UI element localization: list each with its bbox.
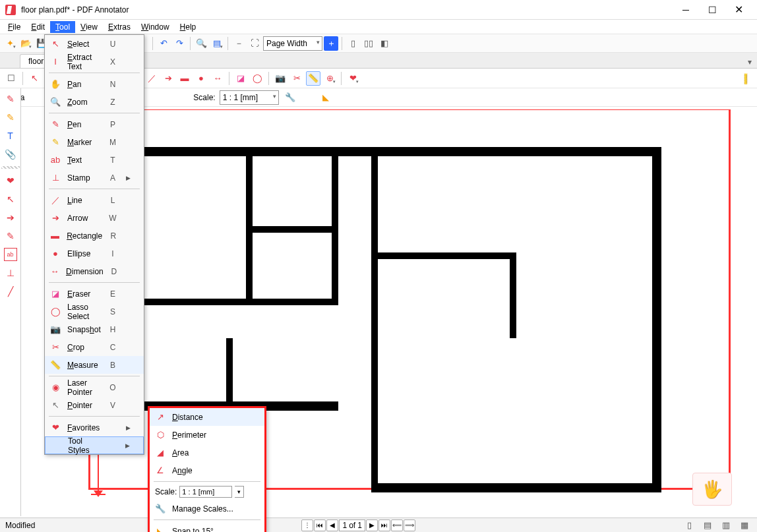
menuitem-label: Select — [67, 40, 102, 49]
rail-cursor-icon[interactable]: ↖ — [4, 192, 17, 206]
menuitem-rectangle[interactable]: ▬RectangleR — [45, 227, 144, 245]
pan-indicator[interactable]: 🖐 — [692, 473, 732, 506]
menu-extras[interactable]: Extras — [103, 21, 136, 33]
minimize-button[interactable]: ─ — [673, 1, 699, 19]
insert-tool-icon[interactable]: ⊕ — [322, 71, 337, 86]
eraser-tool-icon[interactable]: ◪ — [233, 71, 248, 86]
zoom-combo[interactable]: Page Width — [263, 36, 322, 51]
layout-two-icon[interactable]: ▥ — [719, 518, 733, 533]
dimension-tool-icon[interactable]: ↔ — [210, 71, 225, 86]
menuitem-crop[interactable]: ✂CropC — [45, 338, 144, 356]
rail-pen2-icon[interactable]: ✎ — [4, 229, 17, 243]
open-button[interactable]: 📂 — [18, 36, 33, 51]
menuitem-arrow[interactable]: ➔ArrowW — [45, 209, 144, 227]
undo-button[interactable]: ↶ — [156, 36, 171, 51]
rect-tool-icon[interactable]: ▬ — [177, 71, 192, 86]
menuitem-stamp[interactable]: ⊥StampA▶ — [45, 169, 144, 187]
submenuitem-snap[interactable]: ◣Snap to 15° — [150, 522, 264, 532]
new-button[interactable]: ✦ — [3, 36, 17, 51]
select-tool-icon[interactable]: ↖ — [27, 71, 42, 86]
menuitem-favorites[interactable]: ❤Favorites▶ — [45, 419, 144, 436]
rail-text-icon[interactable]: T — [4, 129, 17, 142]
menuitem-lasso-select[interactable]: ◯Lasso SelectS — [45, 303, 144, 320]
page-options-button[interactable]: ⋮ — [301, 519, 313, 531]
menuitem-eraser[interactable]: ◪EraserE — [45, 285, 144, 303]
continuous-button[interactable]: ◧ — [377, 36, 392, 51]
first-page-button[interactable]: ⏮ — [314, 519, 326, 531]
menuitem-extract-text[interactable]: IExtract TextX — [45, 53, 144, 71]
ellipse-tool-icon[interactable]: ● — [194, 71, 208, 86]
rail-stamp-icon[interactable]: ⊥ — [4, 266, 17, 280]
menu-edit[interactable]: Edit — [26, 21, 50, 33]
snapshot-tool-icon[interactable]: 📷 — [273, 71, 288, 86]
line-tool-icon[interactable]: ／ — [144, 71, 159, 86]
submenuitem-angle[interactable]: ∠Angle — [150, 461, 264, 479]
submenuitem-distance[interactable]: ↗Distance — [150, 408, 264, 426]
rail-ab-icon[interactable]: ab — [4, 248, 17, 261]
menuitem-pan[interactable]: ✋PanN — [45, 75, 144, 93]
menu-file[interactable]: File — [3, 21, 26, 33]
menuitem-text[interactable]: abTextT — [45, 151, 144, 169]
menuitem-dimension[interactable]: ↔DimensionD — [45, 262, 144, 280]
rail-attach-icon[interactable]: 📎 — [4, 148, 17, 161]
arrow-tool-icon[interactable]: ➔ — [161, 71, 175, 86]
menuitem-line[interactable]: ／LineL — [45, 191, 144, 209]
menu-tool[interactable]: Tool — [50, 21, 75, 33]
menuitem-snapshot[interactable]: 📷SnapshotH — [45, 320, 144, 338]
scale-combo[interactable]: 1 : 1 [mm] — [220, 90, 279, 105]
two-page-button[interactable]: ▯▯ — [361, 36, 376, 51]
menuitem-zoom[interactable]: 🔍ZoomZ — [45, 93, 144, 111]
measure-tool-icon[interactable]: 📏 — [306, 71, 320, 86]
rail-pen-icon[interactable]: ✎ — [4, 92, 17, 105]
rail-marker-icon[interactable]: ✎ — [4, 111, 17, 124]
crop-tool-icon[interactable]: ✂ — [289, 71, 304, 86]
rail-line-icon[interactable]: ╱ — [4, 285, 17, 298]
menu-window[interactable]: Window — [136, 21, 175, 33]
menuitem-laser-pointer[interactable]: ◉Laser PointerO — [45, 378, 144, 396]
menuitem-tool-styles[interactable]: Tool Styles▶ — [45, 436, 144, 454]
back-button[interactable]: ⟸ — [391, 519, 403, 531]
submenu-scale-input[interactable] — [179, 486, 232, 498]
submenuitem-area[interactable]: ◢Area — [150, 444, 264, 461]
zoom-out-button[interactable]: － — [231, 36, 246, 51]
checkbox-icon[interactable]: ☐ — [4, 71, 18, 86]
next-page-button[interactable]: ▶ — [366, 519, 378, 531]
prev-page-button[interactable]: ◀ — [326, 519, 338, 531]
rail-arrow-icon[interactable]: ➔ — [4, 211, 17, 224]
single-page-button[interactable]: ▯ — [346, 36, 360, 51]
fit-button[interactable]: ⛶ — [247, 36, 262, 51]
menuitem-marker[interactable]: ✎MarkerM — [45, 133, 144, 151]
redo-button[interactable]: ↷ — [172, 36, 187, 51]
submenu-arrow-icon: ▶ — [124, 425, 131, 431]
last-page-button[interactable]: ⏭ — [378, 519, 390, 531]
find-button[interactable]: 🔍 — [194, 36, 208, 51]
submenuitem-perimeter[interactable]: ⬡Perimeter — [150, 426, 264, 444]
layout-single-icon[interactable]: ▯ — [682, 518, 696, 533]
menu-help[interactable]: Help — [175, 21, 202, 33]
menuitem-select[interactable]: ↖SelectU — [45, 35, 144, 53]
page-number-box[interactable]: 1 of 1 — [339, 519, 365, 531]
angle-snap-icon[interactable]: ◣ — [318, 90, 333, 105]
submenuitem-manage-scales[interactable]: 🔧Manage Scales... — [150, 500, 264, 517]
menuitem-pen[interactable]: ✎PenP — [45, 115, 144, 133]
zoom-in-button[interactable]: ＋ — [324, 36, 338, 51]
lasso-tool-icon[interactable]: ◯ — [250, 71, 264, 86]
submenu-scale-dropdown[interactable]: ▾ — [235, 486, 244, 498]
wrench-icon[interactable]: 🔧 — [283, 90, 297, 105]
close-button[interactable]: ✕ — [725, 1, 752, 19]
menuitem-ellipse[interactable]: ●EllipseI — [45, 245, 144, 262]
filter-button[interactable]: ▤ — [210, 36, 224, 51]
rail-heart-icon[interactable]: ❤ — [4, 174, 17, 187]
submenuitem-label: Snap to 15° — [172, 527, 258, 533]
forward-button[interactable]: ⟹ — [404, 519, 415, 531]
marker-icon: ✎ — [49, 136, 62, 149]
ruler-icon[interactable]: 📏 — [735, 68, 756, 88]
layout-cont-icon[interactable]: ▤ — [700, 518, 715, 533]
menuitem-measure[interactable]: 📏MeasureB — [45, 356, 144, 374]
layout-grid-icon[interactable]: ▦ — [737, 518, 752, 533]
tabs-overflow-button[interactable]: ▾ — [742, 56, 757, 68]
maximize-button[interactable]: ☐ — [699, 1, 725, 19]
favorites-tool-icon[interactable]: ❤ — [346, 71, 360, 86]
menu-view[interactable]: View — [75, 21, 103, 33]
menuitem-pointer[interactable]: ↖PointerV — [45, 396, 144, 414]
